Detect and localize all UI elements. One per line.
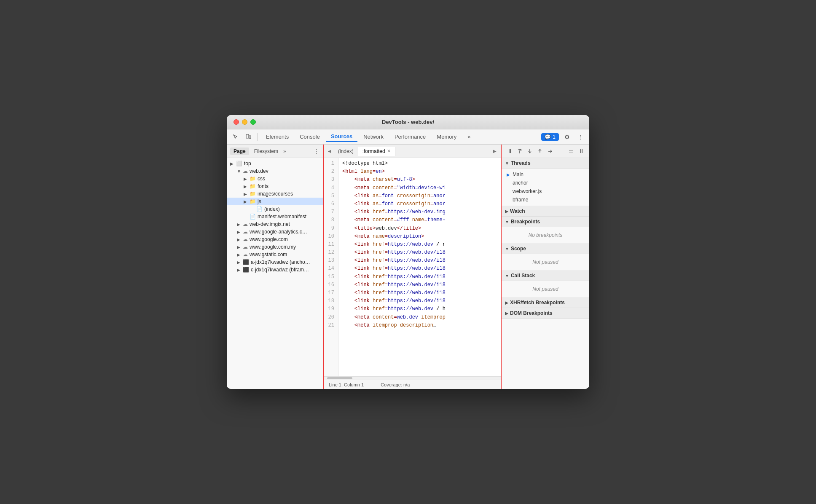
threads-section-header[interactable]: ▼ Threads — [502, 158, 589, 169]
code-line-14: <link href=https://web.dev/i18 — [342, 265, 497, 273]
pause-on-exceptions-button[interactable]: ⏸ — [577, 147, 586, 156]
tree-item-index[interactable]: ▶ 📄 (index) — [227, 205, 323, 213]
thread-webworker[interactable]: ▶ webworker.js — [505, 187, 586, 196]
callstack-label: Call Stack — [511, 273, 535, 279]
step-button[interactable] — [545, 147, 555, 156]
horizontal-scrollbar[interactable] — [324, 376, 501, 380]
minimize-button[interactable] — [242, 119, 247, 125]
editor-nav-left[interactable]: ◀ — [325, 149, 334, 153]
window-title: DevTools - web.dev/ — [382, 119, 434, 125]
close-button[interactable] — [234, 119, 239, 125]
tab-network[interactable]: Network — [358, 132, 389, 142]
scope-arrow: ▼ — [505, 247, 509, 251]
inspect-button[interactable] — [230, 131, 241, 142]
callstack-content: Not paused — [502, 281, 589, 298]
thread-bframe[interactable]: ▶ bframe — [505, 196, 586, 204]
editor-tabs: ◀ (index) :formatted ✕ ▶ — [324, 145, 501, 158]
tab-filesystem[interactable]: Filesystem — [251, 147, 282, 155]
tree-item-analytics[interactable]: ▶ ☁ www.google-analytics.c… — [227, 228, 323, 236]
chat-icon: 💬 — [545, 134, 551, 140]
thread-anchor-space: ▶ — [507, 181, 513, 185]
tree-item-top[interactable]: ▶ ⬜ top — [227, 160, 323, 167]
tree-item-imgix[interactable]: ▶ ☁ web-dev.imgix.net — [227, 220, 323, 228]
callstack-arrow: ▼ — [505, 273, 509, 278]
folder-icon-js: 📁 — [250, 198, 256, 204]
scope-not-paused: Not paused — [505, 256, 586, 268]
left-panel-menu[interactable]: ⋮ — [314, 148, 319, 155]
settings-button[interactable]: ⚙ — [561, 131, 572, 142]
tab-page[interactable]: Page — [230, 147, 249, 155]
dom-breakpoints-section-header[interactable]: ▶ DOM Breakpoints — [502, 308, 589, 319]
scrollbar-thumb[interactable] — [327, 377, 352, 379]
tree-label-google: www.google.com — [250, 236, 288, 242]
xhr-section-header[interactable]: ▶ XHR/fetch Breakpoints — [502, 298, 589, 308]
tab-elements[interactable]: Elements — [261, 132, 294, 142]
tab-memory[interactable]: Memory — [432, 132, 462, 142]
thread-webworker-label: webworker.js — [513, 188, 542, 194]
svg-rect-1 — [249, 136, 251, 139]
tree-item-css[interactable]: ▶ 📁 css — [227, 175, 323, 182]
editor-tab-close[interactable]: ✕ — [387, 148, 391, 154]
tree-item-gstatic[interactable]: ▶ ☁ www.gstatic.com — [227, 251, 323, 258]
tree-arrow-fonts: ▶ — [244, 184, 250, 189]
code-line-15: <link href=https://web.dev/i18 — [342, 273, 497, 281]
tab-more[interactable]: » — [462, 132, 475, 142]
more-button[interactable]: ⋮ — [575, 131, 586, 142]
code-line-16: <link href=https://web.dev/i18 — [342, 281, 497, 289]
frame-icon-anchor: ⬛ — [243, 259, 249, 265]
right-panel: ⏸ — [501, 145, 589, 389]
code-content[interactable]: <!doctype html> <html lang=en> <meta cha… — [339, 158, 501, 376]
editor-nav-right[interactable]: ▶ — [491, 149, 499, 153]
devtools-window: DevTools - web.dev/ Elements Console Sou… — [227, 115, 589, 389]
toolbar-right: 💬 1 ⚙ ⋮ — [541, 131, 586, 142]
tab-console[interactable]: Console — [295, 132, 325, 142]
breakpoints-section-header[interactable]: ▼ Breakpoints — [502, 217, 589, 227]
editor-tab-index[interactable]: (index) — [334, 147, 358, 156]
tree-item-google[interactable]: ▶ ☁ www.google.com — [227, 236, 323, 243]
code-line-19: <link href=https://web.dev / h — [342, 305, 497, 313]
code-line-13: <link href=https://web.dev/i18 — [342, 257, 497, 265]
ln-15: 15 — [324, 273, 337, 281]
badge-count: 1 — [553, 134, 556, 140]
breakpoints-label: Breakpoints — [511, 219, 540, 225]
cloud-icon-google-my: ☁ — [243, 244, 248, 250]
folder-icon-fonts: 📁 — [250, 183, 256, 189]
editor-tab-formatted[interactable]: :formatted ✕ — [358, 147, 395, 156]
tree-item-js[interactable]: ▶ 📁 js — [227, 198, 323, 205]
tree-item-webdev[interactable]: ▼ ☁ web.dev — [227, 167, 323, 175]
pause-button[interactable]: ⏸ — [505, 147, 514, 156]
step-out-button[interactable] — [535, 147, 545, 156]
cloud-icon-gstatic: ☁ — [243, 252, 248, 257]
tab-performance[interactable]: Performance — [389, 132, 431, 142]
tree-arrow-google: ▶ — [237, 237, 243, 242]
thread-anchor-label: anchor — [513, 180, 528, 186]
tree-label-imgix: web-dev.imgix.net — [250, 221, 290, 227]
tree-item-google-my[interactable]: ▶ ☁ www.google.com.my — [227, 243, 323, 251]
thread-anchor[interactable]: ▶ anchor — [505, 179, 586, 187]
callstack-section-header[interactable]: ▼ Call Stack — [502, 271, 589, 281]
thread-main[interactable]: ▶ Main — [505, 170, 586, 179]
code-line-3: <meta charset=utf-8> — [342, 176, 497, 184]
maximize-button[interactable] — [250, 119, 256, 125]
tree-arrow-css: ▶ — [244, 177, 250, 181]
ln-7: 7 — [324, 208, 337, 216]
tree-item-anchor[interactable]: ▶ ⬛ a-jdx1q7kwadwz (ancho… — [227, 258, 323, 266]
thread-main-arrow: ▶ — [507, 172, 513, 177]
tab-more-left[interactable]: » — [283, 148, 286, 154]
device-button[interactable] — [243, 131, 254, 142]
tree-item-bframe[interactable]: ▶ ⬛ c-jdx1q7kwadwz (bfram… — [227, 266, 323, 273]
tree-item-images[interactable]: ▶ 📁 images/courses — [227, 190, 323, 198]
editor-tab-index-label: (index) — [338, 148, 354, 154]
step-into-button[interactable] — [525, 147, 534, 156]
code-line-7: <link href=https://web-dev.img — [342, 208, 497, 216]
notification-badge[interactable]: 💬 1 — [541, 133, 559, 141]
scope-section-header[interactable]: ▼ Scope — [502, 244, 589, 254]
code-line-12: <link href=https://web.dev/i18 — [342, 249, 497, 257]
watch-section-header[interactable]: ▶ Watch — [502, 206, 589, 217]
tree-item-manifest[interactable]: ▶ 📄 manifest.webmanifest — [227, 213, 323, 220]
step-over-button[interactable] — [515, 147, 524, 156]
deactivate-button[interactable] — [566, 147, 576, 156]
tab-sources[interactable]: Sources — [326, 131, 357, 142]
tree-item-fonts[interactable]: ▶ 📁 fonts — [227, 182, 323, 190]
tree-label-js: js — [258, 198, 261, 204]
